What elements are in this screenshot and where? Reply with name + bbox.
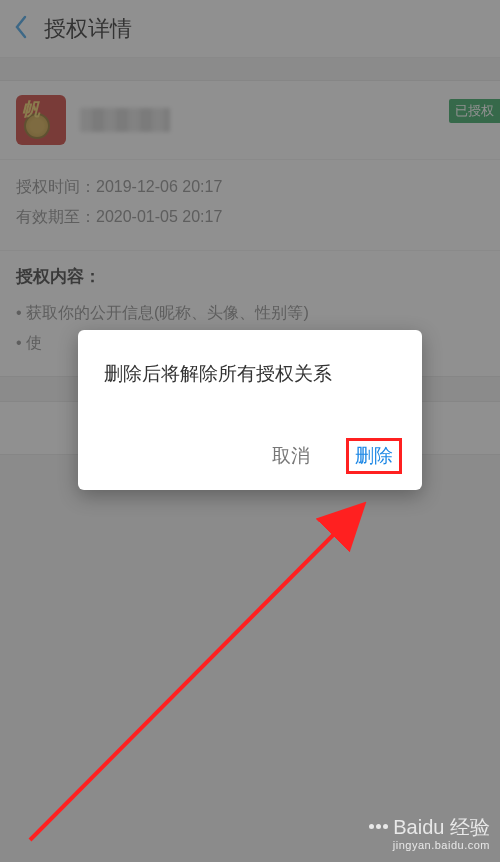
delete-button[interactable]: 删除 [346,438,402,474]
confirm-dialog: 删除后将解除所有授权关系 取消 删除 [78,330,422,490]
watermark-main: Baidu 经验 [393,815,490,839]
modal-overlay: 删除后将解除所有授权关系 取消 删除 [0,0,500,862]
watermark: Baidu 经验 jingyan.baidu.com [369,815,490,852]
dialog-message: 删除后将解除所有授权关系 [78,360,422,388]
watermark-sub: jingyan.baidu.com [369,839,490,852]
cancel-button[interactable]: 取消 [266,438,316,474]
paw-icon [369,824,388,829]
dialog-actions: 取消 删除 [78,388,422,490]
